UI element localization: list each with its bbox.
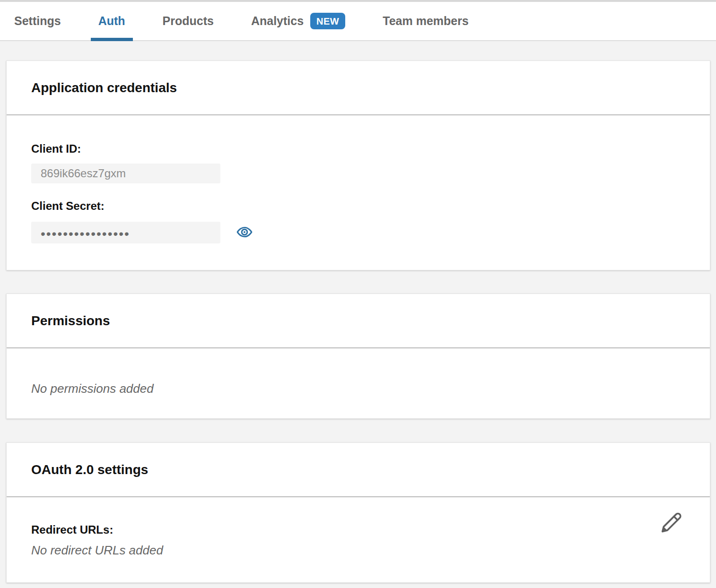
oauth-settings-card: OAuth 2.0 settings Redirect URLs: No red… [6,442,710,583]
tab-settings[interactable]: Settings [14,2,61,40]
eye-icon [236,224,253,242]
application-credentials-card: Application credentials Client ID: 869ik… [6,61,710,270]
client-id-value: 869ik66esz7gxm [41,167,126,180]
permissions-empty-message: No permissions added [31,381,685,396]
client-secret-row: •••••••••••••••• [31,213,685,243]
client-id-label: Client ID: [31,142,685,156]
reveal-secret-button[interactable] [236,224,253,241]
permissions-card: Permissions No permissions added [6,294,710,419]
auth-tab-content: Application credentials Client ID: 869ik… [0,41,716,583]
tab-analytics[interactable]: Analytics NEW [251,2,345,40]
client-secret-field[interactable]: •••••••••••••••• [31,222,220,243]
oauth-settings-title: OAuth 2.0 settings [31,462,148,477]
tab-products-label: Products [163,14,214,28]
pencil-icon [661,527,682,535]
permissions-header: Permissions [7,294,710,348]
new-badge: NEW [310,13,345,29]
tab-team-members-label: Team members [383,14,469,28]
tab-settings-label: Settings [14,14,61,28]
permissions-title: Permissions [31,313,110,329]
client-secret-label: Client Secret: [31,199,685,213]
oauth-settings-header: OAuth 2.0 settings [7,443,710,497]
application-credentials-title: Application credentials [31,80,177,95]
redirect-urls-label: Redirect URLs: [31,523,685,536]
permissions-body: No permissions added [7,348,710,418]
tab-analytics-label: Analytics [251,14,304,28]
client-id-field[interactable]: 869ik66esz7gxm [31,164,220,183]
oauth-settings-body: Redirect URLs: No redirect URLs added [7,497,710,582]
tab-auth[interactable]: Auth [98,2,125,40]
application-credentials-header: Application credentials [7,61,710,115]
edit-redirect-urls-button[interactable] [661,511,682,533]
tab-auth-label: Auth [98,14,125,28]
tab-products[interactable]: Products [163,2,214,40]
redirect-urls-empty-message: No redirect URLs added [31,543,685,558]
tab-team-members[interactable]: Team members [383,2,469,40]
application-credentials-body: Client ID: 869ik66esz7gxm Client Secret:… [7,115,710,270]
tab-bar: Settings Auth Products Analytics NEW Tea… [0,0,716,41]
